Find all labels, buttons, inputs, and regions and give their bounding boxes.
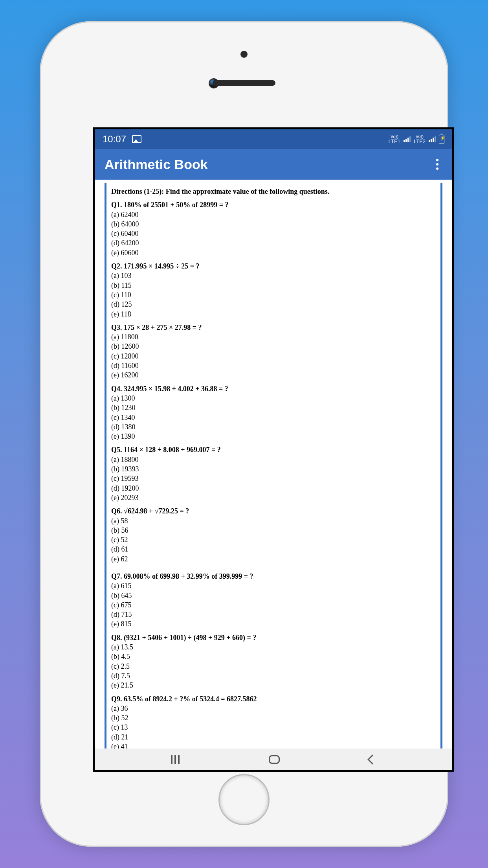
picture-icon	[132, 135, 141, 143]
back-button[interactable]	[368, 754, 378, 764]
question-option: (c) 52	[111, 535, 436, 544]
question-option: (c) 110	[111, 290, 436, 300]
proximity-sensor	[240, 51, 248, 58]
question-title: Q1. 180% of 25501 + 50% of 28999 = ?	[111, 200, 436, 210]
question-option: (c) 19593	[111, 474, 436, 483]
home-button-nav[interactable]	[269, 755, 280, 764]
question-option: (d) 19200	[111, 484, 436, 493]
question-title: Q6. √624.98 + √729.25 = ?	[111, 506, 436, 516]
question-option: (a) 103	[111, 271, 436, 280]
questions-list: Q1. 180% of 25501 + 50% of 28999 = ?(a) …	[111, 200, 436, 752]
more-options-icon[interactable]	[432, 155, 442, 174]
question-option: (b) 64000	[111, 219, 436, 229]
question-option: (c) 2.5	[111, 662, 436, 671]
question-option: (a) 11800	[111, 332, 436, 342]
question-option: (b) 12600	[111, 342, 436, 351]
earpiece-speaker	[213, 80, 275, 86]
battery-icon	[439, 135, 444, 143]
question-title: Q9. 63.5% of 8924.2 + ?% of 5324.4 = 682…	[111, 694, 436, 704]
question-option: (c) 675	[111, 600, 436, 610]
signal-2: Vo)) LTE2	[414, 134, 426, 144]
question-title: Q5. 1164 × 128 ÷ 8.008 + 969.007 = ?	[111, 445, 436, 454]
question-option: (b) 4.5	[111, 652, 436, 661]
question-option: (a) 1300	[111, 394, 436, 403]
lte-label-1: LTE1	[389, 139, 400, 144]
status-right: Vo)) LTE1 Vo)) LTE2	[389, 134, 444, 144]
question-option: (b) 115	[111, 281, 436, 290]
question-title: Q3. 175 × 28 + 275 × 27.98 = ?	[111, 323, 436, 332]
signal-bars-2	[429, 136, 436, 142]
recents-button[interactable]	[171, 755, 180, 764]
app-bar: Arithmetic Book	[95, 149, 452, 180]
status-left: 10:07	[103, 134, 141, 145]
question-option: (e) 21.5	[111, 680, 436, 690]
question-option: (e) 20293	[111, 493, 436, 502]
signal-1: Vo)) LTE1	[389, 134, 400, 144]
question-option: (e) 62	[111, 554, 436, 564]
clock-text: 10:07	[103, 134, 126, 145]
question-option: (c) 1340	[111, 413, 436, 422]
question-option: (d) 1380	[111, 422, 436, 432]
nav-bar	[95, 748, 452, 770]
app-title: Arithmetic Book	[105, 157, 208, 172]
question-option: (a) 18800	[111, 455, 436, 464]
question-title: Q8. (9321 + 5406 + 1001) ÷ (498 + 929 + …	[111, 633, 436, 642]
phone-frame: 10:07 Vo)) LTE1 Vo)) LTE2	[40, 21, 448, 847]
question-option: (b) 1230	[111, 403, 436, 412]
question-option: (b) 645	[111, 591, 436, 600]
question-option: (d) 11600	[111, 361, 436, 370]
question-option: (d) 21	[111, 732, 436, 742]
question-option: (e) 118	[111, 309, 436, 319]
question-option: (e) 815	[111, 619, 436, 629]
question-option: (d) 715	[111, 610, 436, 619]
question-option: (e) 60600	[111, 248, 436, 257]
lte-label-2: LTE2	[414, 139, 426, 144]
question-option: (a) 58	[111, 516, 436, 526]
content-area[interactable]: Directions (1-25): Find the approximate …	[95, 180, 452, 752]
question-option: (c) 60400	[111, 229, 436, 238]
question-option: (d) 7.5	[111, 671, 436, 680]
signal-bars-1	[404, 136, 411, 142]
directions-text: Directions (1-25): Find the approximate …	[111, 187, 436, 196]
question-option: (a) 36	[111, 704, 436, 713]
question-option: (b) 56	[111, 526, 436, 535]
question-option: (e) 16200	[111, 370, 436, 380]
question-option: (d) 64200	[111, 238, 436, 248]
content-inner: Directions (1-25): Find the approximate …	[105, 183, 442, 752]
question-option: (a) 615	[111, 581, 436, 590]
question-option: (e) 1390	[111, 432, 436, 441]
status-bar: 10:07 Vo)) LTE1 Vo)) LTE2	[95, 129, 452, 149]
question-title: Q4. 324.995 × 15.98 ÷ 4.002 + 36.88 = ?	[111, 384, 436, 394]
question-option: (d) 125	[111, 300, 436, 309]
question-title: Q2. 171.995 × 14.995 ÷ 25 = ?	[111, 261, 436, 271]
screen: 10:07 Vo)) LTE1 Vo)) LTE2	[93, 127, 454, 772]
home-button-physical[interactable]	[218, 774, 270, 825]
question-title: Q7. 69.008% of 699.98 + 32.99% of 399.99…	[111, 572, 436, 581]
question-option: (b) 52	[111, 713, 436, 723]
question-option: (c) 12800	[111, 351, 436, 361]
question-option: (c) 13	[111, 723, 436, 732]
question-option: (d) 61	[111, 544, 436, 554]
question-option: (a) 13.5	[111, 642, 436, 652]
question-option: (b) 19393	[111, 464, 436, 474]
question-option: (a) 62400	[111, 210, 436, 219]
